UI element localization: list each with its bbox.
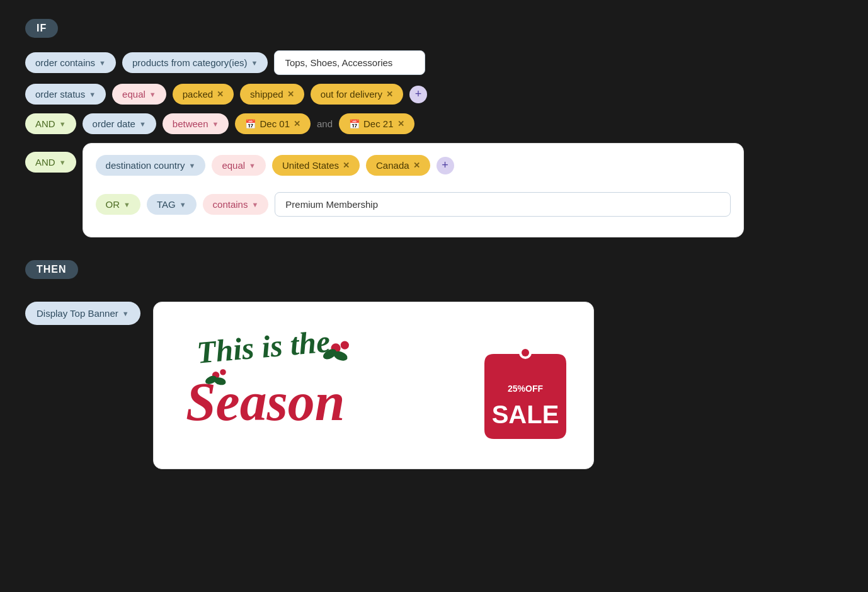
and-chip-1[interactable]: AND ▼: [25, 113, 76, 134]
sale-tag: 25%OFF SALE: [481, 335, 569, 436]
dropdown-arrow: ▼: [251, 59, 258, 67]
remove-out-for-delivery-button[interactable]: ✕: [386, 89, 393, 99]
dropdown-arrow: ▼: [139, 120, 146, 128]
packed-tag[interactable]: packed ✕: [173, 84, 234, 105]
nested-equal-chip[interactable]: equal ▼: [212, 155, 266, 176]
destination-country-chip[interactable]: destination country ▼: [96, 155, 206, 176]
dropdown-arrow: ▼: [149, 91, 156, 98]
dropdown-arrow: ▼: [89, 91, 96, 98]
calendar-icon: 📅: [245, 119, 256, 129]
banner-text-art: This is the Season: [179, 321, 469, 450]
dropdown-arrow: ▼: [123, 201, 130, 208]
remove-shipped-button[interactable]: ✕: [287, 89, 294, 99]
equal-chip[interactable]: equal ▼: [112, 84, 166, 105]
remove-date-end-button[interactable]: ✕: [397, 119, 404, 128]
dropdown-arrow: ▼: [188, 162, 195, 169]
or-chip[interactable]: OR ▼: [96, 194, 140, 215]
and-text: and: [317, 118, 333, 129]
date-start-tag[interactable]: 📅 Dec 01 ✕: [235, 113, 311, 134]
dropdown-arrow: ▼: [59, 159, 66, 166]
banner-preview: This is the Season: [153, 302, 594, 469]
products-from-category-chip[interactable]: products from category(ies) ▼: [122, 52, 268, 73]
between-chip[interactable]: between ▼: [163, 113, 229, 134]
order-status-chip[interactable]: order status ▼: [25, 84, 106, 105]
dropdown-arrow: ▼: [212, 120, 219, 128]
canada-tag[interactable]: Canada ✕: [366, 155, 430, 176]
then-row: Display Top Banner ▼ This is the: [25, 302, 843, 469]
add-country-button[interactable]: +: [437, 157, 454, 174]
svg-point-11: [522, 349, 529, 356]
then-section: THEN Display Top Banner ▼ This is the: [25, 260, 843, 469]
condition-row-2: order status ▼ equal ▼ packed ✕ shipped …: [25, 84, 843, 105]
add-status-button[interactable]: +: [409, 86, 427, 103]
if-section: IF order contains ▼ products from catego…: [25, 19, 843, 237]
banner-content: This is the Season: [179, 321, 568, 450]
dropdown-arrow: ▼: [99, 59, 106, 67]
condition-row-4: AND ▼ destination country ▼ equal ▼ Unit…: [25, 143, 843, 237]
contains-chip[interactable]: contains ▼: [203, 194, 269, 215]
dropdown-arrow: ▼: [180, 201, 186, 208]
svg-point-7: [220, 369, 226, 375]
svg-text:25%OFF: 25%OFF: [508, 384, 543, 394]
order-contains-chip[interactable]: order contains ▼: [25, 52, 116, 73]
united-states-tag[interactable]: United States ✕: [272, 155, 360, 176]
condition-row-3: AND ▼ order date ▼ between ▼ 📅 Dec 01 ✕ …: [25, 113, 843, 134]
svg-text:SALE: SALE: [491, 401, 559, 428]
remove-date-start-button[interactable]: ✕: [294, 119, 300, 128]
category-input[interactable]: [274, 50, 425, 75]
condition-row-1: order contains ▼ products from category(…: [25, 50, 843, 75]
shipped-tag[interactable]: shipped ✕: [240, 84, 304, 105]
dropdown-arrow: ▼: [122, 310, 129, 317]
remove-united-states-button[interactable]: ✕: [343, 161, 350, 170]
svg-point-2: [340, 341, 348, 349]
nested-row-2: OR ▼ TAG ▼ contains ▼: [96, 192, 731, 217]
remove-packed-button[interactable]: ✕: [217, 89, 224, 99]
calendar-icon-2: 📅: [349, 119, 360, 129]
order-date-chip[interactable]: order date ▼: [83, 113, 156, 134]
dropdown-arrow: ▼: [59, 120, 66, 128]
dropdown-arrow: ▼: [249, 162, 256, 169]
date-end-tag[interactable]: 📅 Dec 21 ✕: [339, 113, 414, 134]
then-badge: THEN: [25, 260, 78, 279]
remove-canada-button[interactable]: ✕: [413, 161, 420, 170]
nested-condition-box: destination country ▼ equal ▼ United Sta…: [83, 143, 744, 237]
premium-membership-input[interactable]: [275, 192, 730, 217]
tag-chip[interactable]: TAG ▼: [147, 194, 197, 215]
if-badge: IF: [25, 19, 58, 38]
display-top-banner-chip[interactable]: Display Top Banner ▼: [25, 302, 140, 325]
svg-text:This is the: This is the: [195, 324, 331, 370]
nested-row-1: destination country ▼ equal ▼ United Sta…: [96, 155, 731, 176]
dropdown-arrow: ▼: [251, 201, 258, 208]
and-chip-2[interactable]: AND ▼: [25, 152, 76, 173]
out-for-delivery-tag[interactable]: out for delivery ✕: [311, 84, 403, 105]
